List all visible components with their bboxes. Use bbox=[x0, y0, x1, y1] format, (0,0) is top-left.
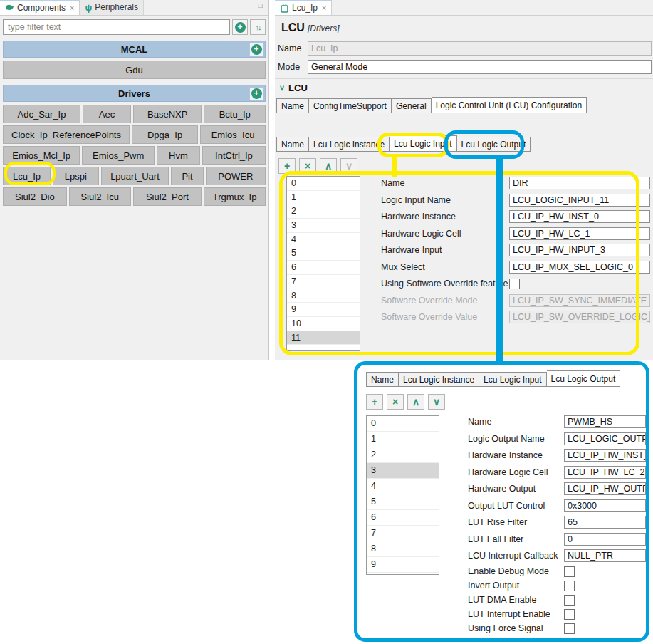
list-item[interactable]: 5 bbox=[287, 246, 360, 261]
filter-input[interactable]: type filter text bbox=[3, 19, 230, 35]
software-override-checkbox[interactable] bbox=[509, 279, 520, 289]
driver-button-bctu-ip[interactable]: Bctu_Ip bbox=[204, 105, 266, 123]
drivers-add-button[interactable]: + bbox=[249, 87, 263, 100]
sort-button[interactable]: ↑↓ bbox=[250, 19, 266, 35]
driver-button-lpuart-uart[interactable]: Lpuart_Uart bbox=[101, 167, 169, 185]
list-item[interactable]: 7 bbox=[367, 526, 439, 541]
move-up-button[interactable]: ∧ bbox=[320, 158, 337, 174]
hardware-logic-cell-select[interactable]: LCU_IP_HW_LC_2 bbox=[564, 466, 646, 479]
driver-button-emios-icu[interactable]: Emios_Icu bbox=[200, 125, 266, 144]
driver-button-clock-ip-referencepoints[interactable]: Clock_Ip_ReferencePoints bbox=[3, 125, 130, 144]
tab-lcu-ip-editor[interactable]: Lcu_Ip × bbox=[275, 0, 332, 15]
force-signal-section-header[interactable]: ∨ Force Signal Configuration Struct bbox=[468, 638, 646, 643]
driver-button-adc-sar-ip[interactable]: Adc_Sar_Ip bbox=[3, 105, 80, 123]
tab-lcu-configuration[interactable]: Logic Control Unit (LCU) Configuration bbox=[432, 97, 587, 113]
list-item[interactable]: 2 bbox=[287, 204, 360, 219]
driver-button-trgmux-ip[interactable]: Trgmux_Ip bbox=[204, 187, 266, 206]
driver-button-lpspi[interactable]: Lpspi bbox=[53, 167, 98, 185]
logic-input-name-select[interactable]: LCU_LOGIC_INPUT_11 bbox=[509, 194, 650, 207]
list-item[interactable]: 2 bbox=[367, 447, 439, 463]
list-item[interactable]: 4 bbox=[367, 479, 439, 494]
list-item[interactable]: 9 bbox=[367, 557, 439, 573]
lcu-section-header[interactable]: ∨ LCU bbox=[279, 83, 308, 93]
move-up-button[interactable]: ∧ bbox=[407, 394, 424, 410]
list-item[interactable]: 10 bbox=[287, 317, 360, 331]
hardware-instance-select[interactable]: LCU_IP_HW_INST_0 bbox=[509, 210, 650, 223]
driver-button-siul2-dio[interactable]: Siul2_Dio bbox=[3, 187, 67, 206]
list-item[interactable]: 6 bbox=[287, 261, 360, 275]
close-icon[interactable]: × bbox=[322, 4, 326, 12]
move-down-button[interactable]: ∨ bbox=[428, 394, 445, 410]
tab-name[interactable]: Name bbox=[276, 98, 309, 113]
close-icon[interactable]: × bbox=[70, 4, 74, 12]
list-item[interactable]: 0 bbox=[287, 177, 360, 191]
name-input[interactable]: DIR bbox=[509, 177, 650, 189]
logic-output-name-select[interactable]: LCU_LOGIC_OUTPUT_3 bbox=[564, 432, 646, 445]
driver-button-power[interactable]: POWER bbox=[206, 167, 266, 185]
tab-configtimesupport[interactable]: ConfigTimeSupport bbox=[309, 98, 392, 113]
list-item[interactable]: 8 bbox=[367, 541, 439, 557]
remove-button[interactable]: × bbox=[387, 394, 404, 410]
mcal-section-header[interactable]: MCAL + bbox=[3, 41, 266, 58]
driver-button-pit[interactable]: Pit bbox=[171, 167, 203, 185]
minimize-icon[interactable]: — bbox=[244, 2, 251, 9]
tab-lcu-logic-output[interactable]: Lcu Logic Output bbox=[457, 137, 531, 152]
list-item[interactable]: 9 bbox=[287, 303, 360, 317]
list-item-selected[interactable]: 11 bbox=[287, 331, 360, 346]
driver-button-emios-pwm[interactable]: Emios_Pwm bbox=[82, 146, 155, 165]
driver-button-siul2-port[interactable]: Siul2_Port bbox=[133, 187, 202, 206]
tab-components[interactable]: Components × bbox=[0, 0, 80, 15]
tab-lcu-logic-instance[interactable]: Lcu Logic Instance bbox=[309, 137, 390, 152]
invert-output-checkbox[interactable] bbox=[564, 581, 575, 591]
add-component-button[interactable]: + bbox=[232, 19, 248, 35]
list-item[interactable]: 8 bbox=[287, 289, 360, 303]
driver-button-aec[interactable]: Aec bbox=[83, 105, 131, 123]
list-item[interactable]: 7 bbox=[287, 275, 360, 289]
component-button-gdu[interactable]: Gdu bbox=[3, 61, 266, 79]
list-item[interactable]: 1 bbox=[367, 432, 439, 447]
lut-rise-filter-input[interactable]: 65 bbox=[564, 516, 646, 529]
tab-name[interactable]: Name bbox=[276, 137, 309, 152]
name-input[interactable]: PWMB_HS bbox=[564, 415, 646, 428]
driver-button-lcu-ip[interactable]: Lcu_Ip bbox=[3, 167, 51, 185]
enable-debug-mode-checkbox[interactable] bbox=[564, 566, 575, 577]
mux-select-select[interactable]: LCU_IP_MUX_SEL_LOGIC_0 bbox=[509, 261, 650, 274]
remove-button[interactable]: × bbox=[299, 158, 316, 174]
driver-button-intctrl-ip[interactable]: IntCtrl_Ip bbox=[202, 146, 266, 165]
list-item[interactable]: 3 bbox=[287, 219, 360, 233]
list-item[interactable]: 6 bbox=[367, 510, 439, 526]
lut-dma-enable-checkbox[interactable] bbox=[564, 595, 575, 606]
driver-button-basenxp[interactable]: BaseNXP bbox=[133, 105, 202, 123]
driver-button-emios-mcl-ip[interactable]: Emios_Mcl_Ip bbox=[3, 146, 80, 165]
hardware-logic-cell-select[interactable]: LCU_IP_HW_LC_1 bbox=[509, 227, 650, 240]
list-item[interactable]: 4 bbox=[287, 233, 360, 247]
hardware-instance-select[interactable]: LCU_IP_HW_INST_0 bbox=[564, 449, 646, 462]
lut-interrupt-enable-checkbox[interactable] bbox=[564, 609, 575, 620]
driver-button-dpga-ip[interactable]: Dpga_Ip bbox=[132, 125, 198, 144]
tab-name[interactable]: Name bbox=[366, 372, 399, 387]
drivers-section-header[interactable]: Drivers + bbox=[3, 85, 266, 102]
tab-lcu-logic-input[interactable]: Lcu Logic Input bbox=[390, 135, 456, 152]
tab-peripherals[interactable]: ψ Peripherals bbox=[80, 0, 144, 15]
tab-lcu-logic-input[interactable]: Lcu Logic Input bbox=[479, 372, 546, 387]
mcal-add-button[interactable]: + bbox=[249, 43, 263, 56]
using-force-signal-checkbox[interactable] bbox=[564, 623, 575, 634]
hardware-output-select[interactable]: LCU_IP_HW_OUTPUT_1 bbox=[564, 482, 646, 495]
list-item-selected[interactable]: 3 bbox=[367, 463, 439, 479]
lcu-interrupt-callback-input[interactable]: NULL_PTR bbox=[564, 549, 646, 562]
add-button[interactable]: + bbox=[366, 394, 383, 410]
list-item[interactable]: 5 bbox=[367, 494, 439, 510]
maximize-icon[interactable]: □ bbox=[256, 2, 264, 9]
add-button[interactable]: + bbox=[278, 158, 296, 174]
tab-general[interactable]: General bbox=[392, 98, 432, 113]
list-item[interactable]: 1 bbox=[287, 191, 360, 205]
driver-button-hvm[interactable]: Hvm bbox=[157, 146, 200, 165]
tab-lcu-logic-instance[interactable]: Lcu Logic Instance bbox=[399, 372, 479, 387]
driver-button-siul2-icu[interactable]: Siul2_Icu bbox=[69, 187, 131, 206]
mode-select[interactable]: General Mode bbox=[308, 60, 652, 74]
output-lut-control-input[interactable]: 0x3000 bbox=[564, 499, 646, 512]
tab-lcu-logic-output[interactable]: Lcu Logic Output bbox=[547, 370, 621, 387]
lut-fall-filter-input[interactable]: 0 bbox=[564, 533, 646, 546]
hardware-input-select[interactable]: LCU_IP_HW_INPUT_3 bbox=[509, 244, 650, 256]
list-item[interactable]: 0 bbox=[367, 416, 439, 432]
